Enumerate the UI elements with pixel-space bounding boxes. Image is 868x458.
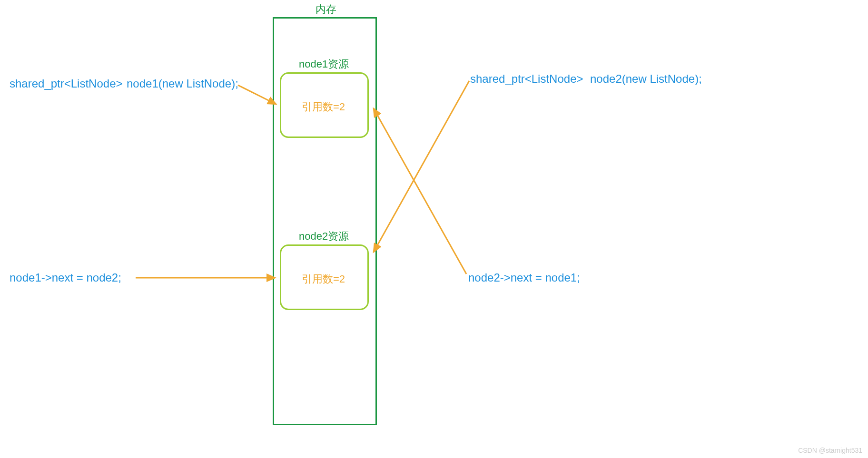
arrow-node2-next [374,108,466,274]
node2-title: node2资源 [299,229,349,244]
node2-refcount: 引用数=2 [302,272,345,286]
watermark: CSDN @starnight531 [798,447,862,454]
arrows-layer [0,0,868,458]
label-shared-ptr-node1: shared_ptr<ListNode> [10,77,123,90]
node1-refcount: 引用数=2 [302,100,345,114]
node1-title: node1资源 [299,57,349,71]
label-shared-ptr-node2: shared_ptr<ListNode> [470,72,583,86]
arrow-node2-decl [374,81,469,252]
memory-title: 内存 [316,2,336,17]
label-node1-new: node1(new ListNode); [127,77,238,90]
label-node2-next: node2->next = node1; [468,271,580,284]
label-node1-next: node1->next = node2; [10,271,121,284]
label-node2-new: node2(new ListNode); [590,72,702,86]
arrow-node1-decl [238,85,276,104]
